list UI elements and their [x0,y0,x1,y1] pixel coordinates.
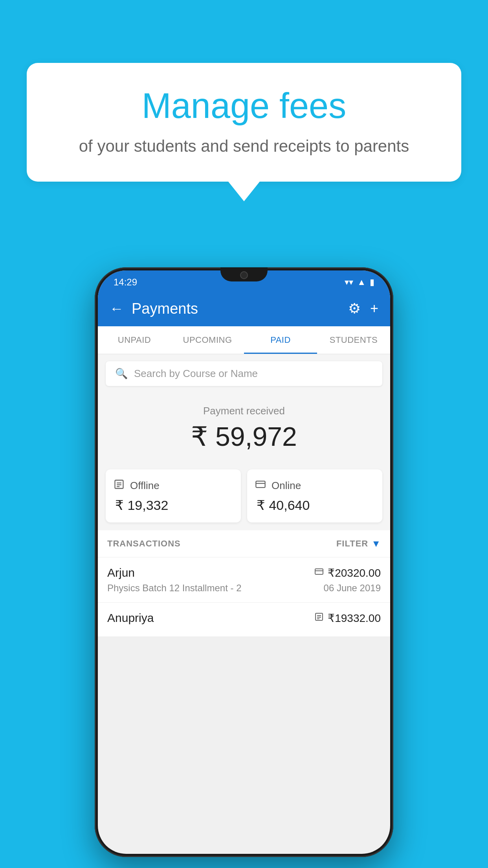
transaction-name-arjun: Arjun [107,566,135,579]
header-right: ⚙ + [348,300,378,317]
header-left: ← Payments [110,300,198,317]
phone-screen: 14:29 ▾▾ ▲ ▮ ← Payments ⚙ + [98,270,390,854]
online-label: Online [272,480,301,492]
back-button[interactable]: ← [110,300,124,317]
transaction-type-icon-anupriya [314,612,324,624]
phone-notch [220,267,268,281]
tab-upcoming[interactable]: UPCOMING [171,326,244,354]
speech-bubble-title: Manage fees [58,86,430,125]
add-button[interactable]: + [370,300,378,317]
settings-button[interactable]: ⚙ [348,300,361,317]
filter-container[interactable]: FILTER ▼ [336,538,381,549]
app-header: ← Payments ⚙ + [98,291,390,326]
search-input[interactable]: Search by Course or Name [134,368,258,380]
tab-students[interactable]: STUDENTS [317,326,390,354]
payment-cards: Offline ₹ 19,332 [98,469,390,530]
search-container: 🔍 Search by Course or Name [98,354,390,393]
transactions-header: TRANSACTIONS FILTER ▼ [98,530,390,557]
speech-bubble-container: Manage fees of your students and send re… [27,63,461,201]
offline-label: Offline [130,480,160,492]
phone-frame: 14:29 ▾▾ ▲ ▮ ← Payments ⚙ + [95,267,393,857]
transaction-bottom-arjun: Physics Batch 12 Installment - 2 06 June… [107,583,381,594]
transaction-amount-anupriya: ₹19332.00 [328,612,381,625]
offline-icon [114,479,125,493]
phone-device: 14:29 ▾▾ ▲ ▮ ← Payments ⚙ + [95,267,393,857]
page-title: Payments [132,300,198,317]
transaction-top-anupriya: Anupriya ₹19332.00 [107,611,381,625]
transaction-amount-arjun: ₹20320.00 [328,566,381,579]
payment-amount: ₹ 59,972 [106,421,382,452]
transaction-course-arjun: Physics Batch 12 Installment - 2 [107,583,241,594]
online-card: Online ₹ 40,640 [247,469,382,522]
transaction-top-arjun: Arjun ₹20320.00 [107,566,381,579]
tab-paid[interactable]: PAID [244,326,317,354]
wifi-icon: ▾▾ [345,277,353,287]
online-amount: ₹ 40,640 [255,497,374,513]
signal-icon: ▲ [357,277,366,287]
transactions-label: TRANSACTIONS [107,539,181,549]
filter-icon: ▼ [371,538,381,549]
offline-card-header: Offline [114,479,233,493]
speech-bubble-arrow [228,182,260,201]
search-bar[interactable]: 🔍 Search by Course or Name [106,361,382,386]
tabs-container: UNPAID UPCOMING PAID STUDENTS [98,326,390,354]
payment-summary: Payment received ₹ 59,972 [98,393,390,469]
speech-bubble: Manage fees of your students and send re… [27,63,461,182]
transaction-date-arjun: 06 June 2019 [324,583,381,594]
phone-camera [240,271,248,279]
table-row[interactable]: Arjun ₹20320.00 Physics [98,557,390,603]
svg-rect-6 [315,569,323,574]
offline-amount: ₹ 19,332 [114,497,233,513]
online-icon [255,479,266,493]
search-icon: 🔍 [115,368,128,380]
table-row[interactable]: Anupriya ₹19332.00 [98,603,390,637]
transaction-type-icon-arjun [314,567,324,579]
svg-rect-4 [256,481,265,487]
offline-card: Offline ₹ 19,332 [106,469,241,522]
online-card-header: Online [255,479,374,493]
transaction-amount-container-arjun: ₹20320.00 [314,566,381,579]
battery-icon: ▮ [370,277,374,287]
tab-unpaid[interactable]: UNPAID [98,326,171,354]
filter-label: FILTER [336,539,368,549]
speech-bubble-subtitle: of your students and send receipts to pa… [58,135,430,158]
status-icons: ▾▾ ▲ ▮ [345,277,374,287]
transaction-amount-container-anupriya: ₹19332.00 [314,612,381,625]
status-time: 14:29 [114,277,137,288]
payment-received-label: Payment received [106,405,382,417]
transaction-name-anupriya: Anupriya [107,611,154,625]
